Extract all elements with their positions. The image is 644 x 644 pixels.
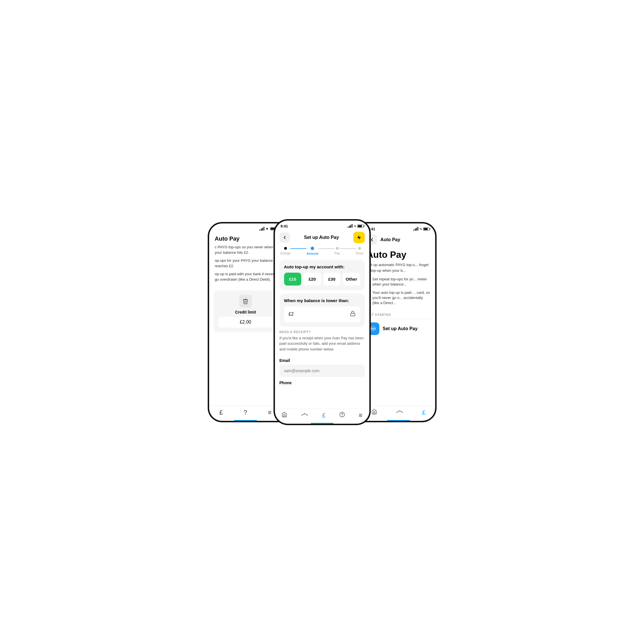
left-desc-1: c PAYG top-ups so you never when your ba… — [215, 244, 276, 255]
main-header-title: Set up Auto Pay — [304, 235, 339, 240]
right-status-icons: ∿ — [413, 227, 429, 231]
main-header: Set up Auto Pay — [275, 229, 369, 247]
left-status-bar: ▼ — [209, 223, 282, 232]
feature-item-2: ✓ Your auto top-up is paid ... card, so … — [367, 290, 431, 306]
lock-icon — [350, 310, 356, 318]
step-energy: Energy — [281, 247, 291, 255]
autopay-title: Auto Pay — [362, 248, 435, 262]
left-phone: ▼ Auto Pay c PAYG top-ups so you never w… — [208, 222, 282, 422]
stepper: Energy Amount Pay Done — [275, 247, 369, 260]
left-page-title: Auto Pay — [209, 232, 282, 244]
right-nav-home[interactable] — [371, 409, 377, 416]
wifi-icon: ▼ — [265, 227, 269, 231]
amount-btn-30[interactable]: £30 — [323, 273, 341, 286]
right-screen: Auto Pay Set up automatic PAYG top-u... … — [362, 248, 435, 406]
feature-text-2: Your auto top-up is paid ... card, so yo… — [372, 290, 431, 306]
setup-btn-label: Set up Auto Pay — [383, 326, 418, 331]
receipt-section: NEED A RECEIPT? If you'd like a receipt … — [275, 330, 369, 358]
right-header: Auto Pay — [362, 232, 435, 248]
lightning-button[interactable] — [353, 232, 365, 243]
right-battery-icon — [423, 227, 429, 231]
right-wifi-icon: ∿ — [419, 227, 422, 231]
receipt-label: NEED A RECEIPT? — [280, 330, 365, 334]
main-nav-network[interactable] — [301, 412, 308, 419]
step-dot-amount — [311, 247, 314, 250]
right-nav-network[interactable] — [396, 409, 403, 416]
left-desc-2: op-ups for your PAYG your balance reache… — [215, 258, 276, 269]
main-screen: Auto top-up my account with: £10 £20 £30… — [275, 260, 369, 409]
right-header-title: Auto Pay — [381, 237, 400, 242]
main-signal-icon — [348, 224, 352, 228]
get-started-label: GET STARTED — [362, 313, 435, 319]
step-label-energy: Energy — [281, 251, 291, 255]
credit-label: Credit limit — [235, 310, 256, 314]
svg-line-14 — [400, 411, 402, 412]
feature-list: ✓ Set repeat top-ups for yo... meter whe… — [362, 277, 435, 313]
amount-card-title: Auto top-up my account with: — [284, 264, 360, 269]
step-dot-done — [358, 247, 361, 250]
step-line-1 — [290, 248, 306, 249]
main-nav-menu[interactable]: ≡ — [359, 412, 362, 419]
main-status-time: 9:41 — [281, 224, 288, 228]
scene: ▼ Auto Pay c PAYG top-ups so you never w… — [171, 208, 474, 437]
amount-card: Auto top-up my account with: £10 £20 £30… — [280, 260, 365, 290]
credit-section: Credit limit £2.00 — [214, 290, 278, 332]
step-label-amount: Amount — [306, 252, 318, 255]
svg-marker-0 — [357, 235, 361, 239]
trash-icon[interactable] — [239, 295, 252, 308]
step-dot-energy — [284, 247, 287, 250]
svg-point-9 — [372, 328, 374, 330]
left-bottom-nav: £ ? ≡ — [209, 406, 282, 421]
main-status-bar: 9:41 ∿ — [275, 221, 369, 229]
right-bottom-nav: £ — [362, 406, 435, 421]
left-desc-3: op-up is paid with your bank ll never go… — [215, 271, 276, 282]
left-nav-menu[interactable]: ≡ — [268, 409, 272, 416]
step-line-2 — [318, 248, 334, 249]
balance-row: £2 — [284, 306, 360, 322]
balance-card-title: When my balance is lower than: — [284, 298, 360, 303]
main-battery-icon — [357, 225, 364, 228]
main-nav-currency[interactable]: £ — [322, 412, 326, 419]
svg-line-5 — [302, 414, 304, 415]
amount-btn-20[interactable]: £20 — [304, 273, 321, 286]
signal-icon — [259, 227, 264, 231]
feature-item-1: ✓ Set repeat top-ups for yo... meter whe… — [367, 277, 431, 287]
feature-text-1: Set repeat top-ups for yo... meter when … — [372, 277, 431, 287]
receipt-desc: If you'd like a receipt when your Auto P… — [280, 335, 365, 352]
main-nav-help[interactable] — [339, 412, 345, 419]
email-label: Email — [275, 358, 369, 363]
balance-card: When my balance is lower than: £2 — [280, 294, 365, 327]
credit-value: £2.00 — [218, 317, 273, 328]
email-input[interactable] — [280, 364, 365, 377]
step-label-pay: Pay — [334, 251, 340, 255]
right-signal-icon — [413, 227, 418, 231]
main-nav-home[interactable] — [282, 412, 287, 419]
left-nav-help[interactable]: ? — [244, 409, 247, 416]
divider — [362, 319, 435, 319]
main-status-icons: ∿ — [348, 224, 364, 228]
step-line-3 — [340, 248, 356, 249]
svg-rect-1 — [350, 313, 355, 316]
autopay-desc: Set up automatic PAYG top-u... forget to… — [362, 262, 435, 277]
step-done: Done — [356, 247, 363, 255]
phone-label: Phone — [275, 381, 369, 385]
balance-value: £2 — [289, 312, 294, 317]
svg-line-13 — [397, 411, 399, 412]
main-bottom-nav: £ ≡ — [275, 409, 369, 424]
step-label-done: Done — [356, 251, 363, 255]
right-phone: 9:41 ∿ Auto Pay — [362, 222, 437, 422]
step-dot-pay — [336, 247, 339, 250]
setup-autopay-button[interactable]: Set up Auto Pay — [362, 322, 435, 335]
main-wifi-icon: ∿ — [354, 224, 356, 228]
step-amount: Amount — [306, 247, 318, 255]
back-button[interactable] — [280, 232, 290, 243]
left-nav-currency[interactable]: £ — [219, 409, 223, 416]
amount-btn-10[interactable]: £10 — [284, 273, 302, 286]
right-nav-currency[interactable]: £ — [422, 409, 425, 416]
amount-btn-other[interactable]: Other — [343, 273, 360, 286]
right-status-bar: 9:41 ∿ — [362, 223, 435, 232]
left-description: c PAYG top-ups so you never when your ba… — [209, 244, 282, 288]
amount-options: £10 £20 £30 Other — [284, 273, 360, 286]
svg-line-6 — [305, 414, 307, 415]
step-pay: Pay — [334, 247, 340, 255]
